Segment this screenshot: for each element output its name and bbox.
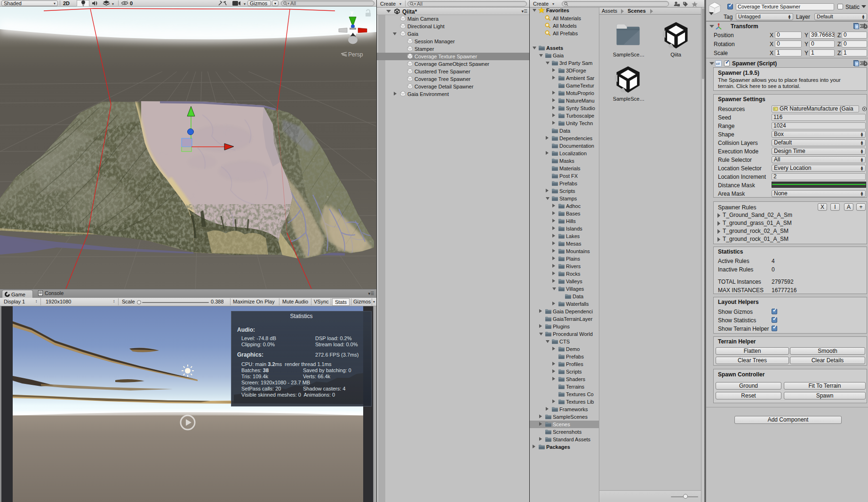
svg-text:?: ? xyxy=(856,62,858,66)
svg-text:y: y xyxy=(350,9,354,15)
svg-text:x: x xyxy=(368,28,371,33)
svg-text:?: ? xyxy=(856,25,858,29)
svg-text:c#: c# xyxy=(716,62,720,65)
svg-text:Persp: Persp xyxy=(348,51,363,58)
